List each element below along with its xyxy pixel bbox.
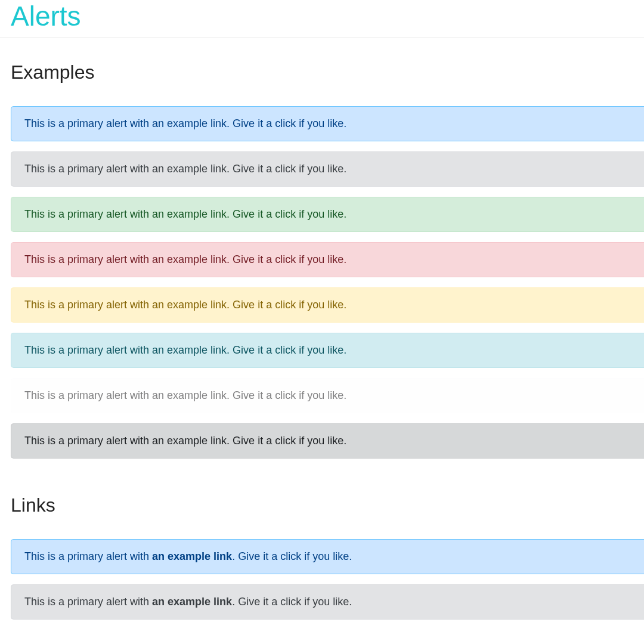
alert-example-link[interactable]: an example link [152, 596, 232, 608]
alert-danger: This is a primary alert with an example … [11, 242, 644, 277]
alert-prefix: This is a primary alert with [24, 550, 152, 562]
alert-example-link[interactable]: an example link [152, 550, 232, 562]
alert-text: This is a primary alert with an example … [24, 344, 346, 356]
alert-light: This is a primary alert with an example … [11, 378, 644, 413]
alert-text: This is a primary alert with an example … [24, 389, 346, 401]
alert-secondary: This is a primary alert with an example … [11, 151, 644, 187]
alert-suffix: . Give it a click if you like. [232, 550, 352, 562]
alert-primary: This is a primary alert with an example … [11, 106, 644, 141]
alert-success: This is a primary alert with an example … [11, 197, 644, 232]
examples-heading: Examples [0, 61, 644, 83]
alert-text: This is a primary alert with an example … [24, 253, 346, 265]
alert-prefix: This is a primary alert with [24, 596, 152, 608]
page-title: Alerts [0, 0, 644, 38]
alert-text: This is a primary alert with an example … [24, 117, 346, 129]
links-heading: Links [0, 494, 644, 516]
alert-warning: This is a primary alert with an example … [11, 287, 644, 323]
alert-text: This is a primary alert with an example … [24, 208, 346, 220]
alert-suffix: . Give it a click if you like. [232, 596, 352, 608]
alert-info: This is a primary alert with an example … [11, 333, 644, 368]
alert-dark: This is a primary alert with an example … [11, 423, 644, 459]
alert-text: This is a primary alert with an example … [24, 435, 346, 447]
alert-link-primary: This is a primary alert with an example … [11, 539, 644, 574]
alert-link-secondary: This is a primary alert with an example … [11, 584, 644, 620]
alert-text: This is a primary alert with an example … [24, 299, 346, 311]
alert-text: This is a primary alert with an example … [24, 163, 346, 175]
